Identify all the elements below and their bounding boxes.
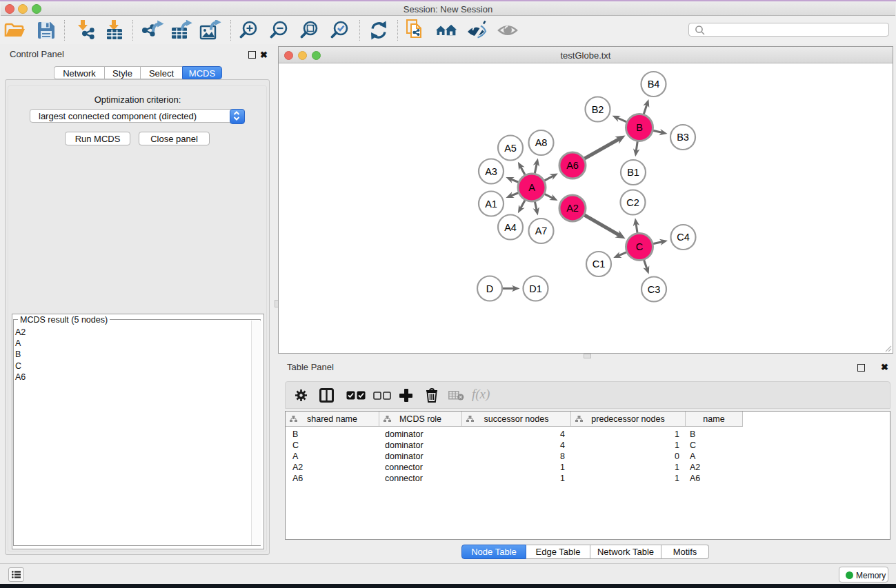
svg-text:A6: A6: [566, 160, 579, 171]
svg-text:B: B: [636, 122, 643, 133]
svg-text:A: A: [528, 182, 535, 193]
svg-text:A4: A4: [504, 222, 517, 233]
svg-text:A8: A8: [535, 137, 548, 148]
svg-text:B4: B4: [648, 79, 660, 90]
svg-text:B1: B1: [627, 167, 639, 178]
svg-text:D: D: [486, 283, 493, 294]
svg-text:C4: C4: [677, 232, 690, 243]
svg-text:A2: A2: [566, 203, 579, 214]
svg-text:A1: A1: [485, 199, 497, 210]
svg-text:C: C: [636, 241, 643, 252]
svg-text:B2: B2: [592, 104, 604, 115]
svg-text:B3: B3: [677, 132, 689, 143]
svg-text:C3: C3: [648, 284, 661, 295]
svg-text:D1: D1: [529, 283, 542, 294]
svg-text:A7: A7: [535, 225, 548, 236]
svg-text:C2: C2: [626, 197, 639, 208]
svg-text:A3: A3: [485, 166, 497, 177]
svg-text:C1: C1: [593, 258, 606, 270]
svg-text:A5: A5: [504, 143, 517, 154]
